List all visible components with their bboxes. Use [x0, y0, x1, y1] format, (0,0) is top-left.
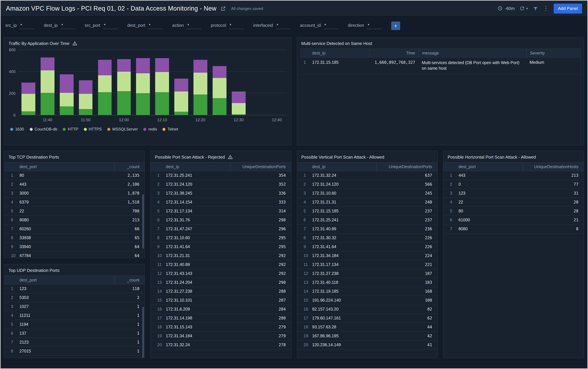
- filter-input-direction[interactable]: *: [367, 23, 382, 29]
- column-header-dest-ip[interactable]: dest_ip: [312, 164, 376, 169]
- table-row[interactable]: 9172.31.41.64295: [151, 243, 291, 251]
- table-row[interactable]: 511941: [4, 320, 145, 329]
- table-row[interactable]: 310271: [4, 302, 145, 311]
- filter-input-src_ip[interactable]: *: [19, 23, 34, 29]
- table-row[interactable]: 2172.31.24.120352: [151, 180, 291, 189]
- table-row[interactable]: 13172.31.40.118183: [297, 278, 438, 287]
- time-range-value[interactable]: -60m: [505, 6, 515, 11]
- table-row[interactable]: 1682.157.143.2082: [297, 305, 438, 314]
- warning-icon[interactable]: [228, 154, 233, 160]
- table-row[interactable]: 1172.31.32.24637: [297, 171, 438, 180]
- table-row[interactable]: 58028: [443, 207, 584, 216]
- kebab-menu-icon[interactable]: ⋮: [543, 6, 549, 11]
- table-row[interactable]: 4172.31.14.154333: [151, 198, 291, 207]
- table-row[interactable]: 2172.31.24.120566: [297, 180, 438, 189]
- legend-item-CouchDB-db[interactable]: CouchDB-db: [30, 127, 57, 132]
- table-row[interactable]: 330001,878: [4, 189, 145, 198]
- filter-input-dest_port[interactable]: *: [148, 23, 163, 29]
- table-row[interactable]: 780808: [443, 225, 584, 234]
- table-row[interactable]: 12172.31.27.238187: [297, 269, 438, 278]
- table-row[interactable]: 1123110: [4, 284, 145, 293]
- table-row[interactable]: 522708: [4, 207, 145, 216]
- table-row[interactable]: 9172.31.41.64226: [297, 243, 438, 251]
- table-row[interactable]: 7172.31.47.247296: [151, 225, 291, 234]
- table-row[interactable]: 20172.31.32.24278: [151, 341, 291, 349]
- table-row[interactable]: 4172.31.21.31240: [297, 198, 438, 207]
- legend-item-HTTP[interactable]: HTTP: [63, 127, 78, 132]
- table-row[interactable]: 7172.31.40.89236: [297, 225, 438, 234]
- warning-icon[interactable]: [72, 41, 77, 46]
- add-filter-button[interactable]: +: [391, 21, 400, 30]
- table-row[interactable]: 253532: [4, 293, 145, 302]
- table-row[interactable]: 18172.31.15.143279: [151, 323, 291, 332]
- table-row[interactable]: 721231: [4, 338, 145, 347]
- column-header-dest-ip[interactable]: dest_ip: [300, 51, 369, 55]
- table-row[interactable]: 16172.31.6.209284: [151, 305, 291, 314]
- column-header-unique-hosts[interactable]: UniqueDestinationHosts: [523, 163, 584, 171]
- filter-input-interfaceid[interactable]: *: [276, 23, 291, 29]
- stacked-bar-11:55[interactable]: [98, 50, 112, 115]
- table-row[interactable]: 8172.31.10.60295: [151, 234, 291, 243]
- table-row[interactable]: 1172.31.25.241354: [151, 171, 291, 180]
- table-row[interactable]: 6172.31.31.76298: [151, 216, 291, 225]
- stacked-bar-12:25[interactable]: [213, 50, 226, 115]
- table-row[interactable]: 2077: [443, 180, 584, 189]
- table-row[interactable]: 104778464: [4, 251, 145, 258]
- table-row[interactable]: 5172.31.17.134314: [151, 207, 291, 216]
- column-header-severity[interactable]: Severity: [526, 49, 581, 57]
- table-row[interactable]: 19172.31.34.184279: [151, 332, 291, 341]
- table-row[interactable]: 19167.86.96.19542: [297, 332, 438, 341]
- scrollbar-thumb[interactable]: [142, 194, 144, 249]
- share-icon[interactable]: [220, 6, 226, 11]
- column-header-time[interactable]: Time: [369, 49, 419, 57]
- stacked-bar-11:40[interactable]: [41, 50, 54, 115]
- legend-item-Telnet[interactable]: Telnet: [163, 127, 178, 132]
- table-row[interactable]: 15191.96.224.140108: [297, 296, 438, 305]
- column-header-unique-ports[interactable]: UniqueDestinationPorts: [376, 163, 438, 171]
- stacked-bar-11:45[interactable]: [60, 50, 73, 115]
- table-row[interactable]: 10172.31.34.184224: [297, 251, 438, 260]
- stacked-bar-11:35[interactable]: [21, 50, 35, 115]
- column-header-count[interactable]: _count: [114, 276, 145, 284]
- column-header-dest-port[interactable]: dest_port: [20, 278, 114, 282]
- table-row[interactable]: 83393865: [4, 234, 145, 243]
- table-row[interactable]: 12172.31.43.143292: [151, 269, 291, 278]
- table-row[interactable]: 463791,518: [4, 198, 145, 207]
- table-row[interactable]: 3172.31.38.245336: [151, 189, 291, 198]
- column-header-message[interactable]: message: [419, 49, 526, 57]
- column-header-dest-port[interactable]: dest_port: [20, 164, 114, 169]
- table-row[interactable]: 76026066: [4, 225, 145, 234]
- table-row[interactable]: 6172.31.25.241237: [297, 216, 438, 225]
- legend-item-redis[interactable]: redis: [143, 127, 157, 132]
- table-row[interactable]: 61371: [4, 329, 145, 338]
- stacked-bar-12:15[interactable]: [174, 50, 188, 115]
- refresh-icon[interactable]: [520, 6, 525, 11]
- legend-item-1630[interactable]: 1630: [10, 127, 24, 132]
- clock-icon[interactable]: [498, 6, 503, 11]
- table-row[interactable]: 20120.236.14.14941: [297, 341, 438, 349]
- table-row[interactable]: 14172.31.19.185168: [297, 287, 438, 296]
- stacked-bar-12:20[interactable]: [193, 50, 207, 115]
- table-row[interactable]: 42228: [443, 198, 584, 207]
- table-row[interactable]: 8270151: [4, 347, 145, 356]
- table-row[interactable]: 66100021: [443, 216, 584, 225]
- table-row[interactable]: 17172.31.14.198280: [151, 314, 291, 323]
- filter-input-action[interactable]: *: [186, 23, 201, 29]
- column-header-unique-ports[interactable]: UniqueDestinationPorts: [230, 163, 291, 171]
- stacked-bar-11:50[interactable]: [79, 50, 93, 115]
- table-row[interactable]: 5172.31.15.185237: [297, 207, 438, 216]
- column-header-dest-ip[interactable]: dest_ip: [166, 164, 230, 169]
- table-row[interactable]: 93394064: [4, 243, 145, 251]
- filter-input-dest_ip[interactable]: *: [60, 23, 75, 29]
- stacked-bar-12:00[interactable]: [117, 50, 131, 115]
- table-row[interactable]: 1893.157.63.2844: [297, 323, 438, 332]
- table-row[interactable]: 11172.31.40.89292: [151, 260, 291, 269]
- column-header-count[interactable]: _count: [114, 163, 145, 171]
- legend-item-HTTPS[interactable]: HTTPS: [84, 127, 102, 132]
- chevron-down-icon[interactable]: ▾: [526, 7, 528, 10]
- table-row[interactable]: 1802,135: [4, 171, 145, 180]
- stacked-bar-12:10[interactable]: [155, 50, 169, 115]
- table-row[interactable]: 13172.31.24.204290: [151, 278, 291, 287]
- table-row[interactable]: 10172.31.21.31292: [151, 251, 291, 260]
- table-row[interactable]: 17179.60.147.16162: [297, 314, 438, 323]
